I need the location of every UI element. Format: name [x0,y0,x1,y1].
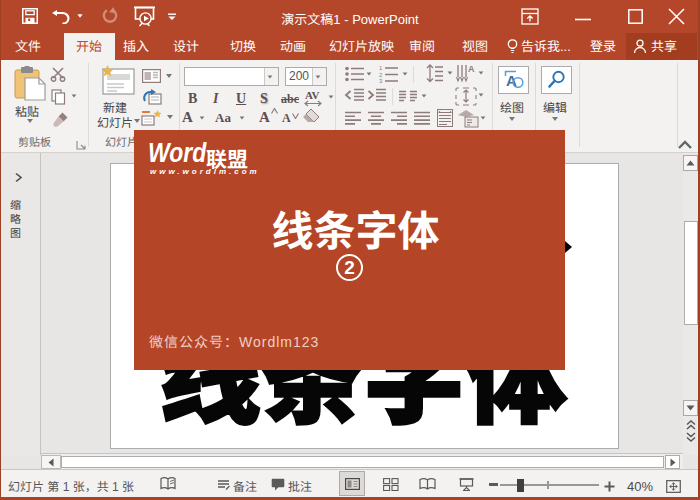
svg-text:3: 3 [379,78,383,83]
svg-text:A: A [468,64,475,74]
svg-text:1: 1 [379,65,383,71]
svg-text:2: 2 [379,72,383,78]
